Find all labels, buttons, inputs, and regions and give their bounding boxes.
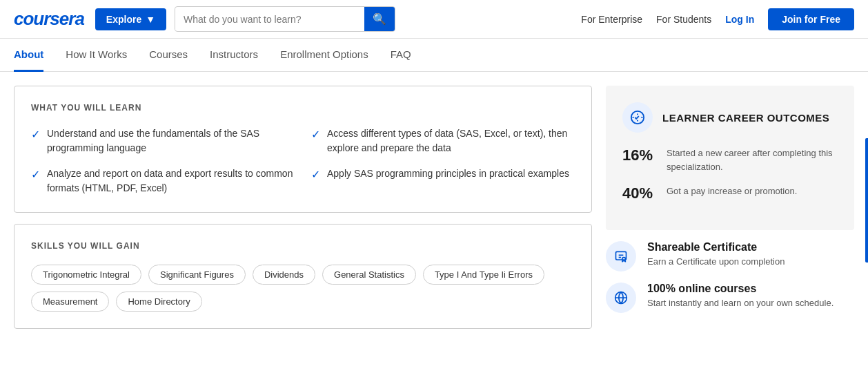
skills-tags: Trigonometric Integral Significant Figur… [31, 265, 575, 312]
login-button[interactable]: Log In [725, 14, 754, 25]
nav-item-how-it-works[interactable]: How It Works [66, 39, 127, 72]
for-students-link[interactable]: For Students [656, 14, 711, 25]
career-header: LEARNER CAREER OUTCOMES [622, 102, 838, 133]
nav-item-courses[interactable]: Courses [149, 39, 188, 72]
search-button[interactable]: 🔍 [364, 7, 395, 31]
skills-section: SKILLS YOU WILL GAIN Trigonometric Integ… [14, 224, 592, 329]
skill-tag-4[interactable]: Type I And Type Ii Errors [423, 265, 544, 285]
feature-online-title: 100% online courses [647, 283, 834, 295]
online-icon [606, 283, 636, 313]
learn-item-3: ✓ Access different types of data (SAS, E… [311, 126, 575, 155]
header-right: For Enterprise For Students Log In Join … [581, 8, 854, 30]
learn-text-2: Analyze and report on data and export re… [47, 166, 295, 196]
skill-tag-2[interactable]: Dividends [253, 265, 315, 285]
skills-section-title: SKILLS YOU WILL GAIN [31, 241, 575, 251]
feature-online-text: 100% online courses Start instantly and … [647, 283, 834, 308]
skill-tag-0[interactable]: Trigonometric Integral [31, 265, 141, 285]
stat-pct-1: 40% [622, 184, 657, 202]
skill-tag-6[interactable]: Home Directory [116, 292, 201, 312]
skill-tag-1[interactable]: Significant Figures [148, 265, 246, 285]
header: coursera Explore ▼ 🔍 For Enterprise For … [0, 0, 868, 39]
nav-item-about[interactable]: About [14, 39, 43, 72]
feature-shareable-desc: Earn a Certificate upon completion [647, 256, 785, 267]
coursera-logo[interactable]: coursera [14, 8, 84, 30]
svg-point-2 [622, 258, 626, 261]
check-icon-2: ✓ [31, 168, 40, 181]
certificate-icon [606, 241, 636, 271]
search-icon: 🔍 [373, 13, 386, 25]
check-icon-4: ✓ [311, 168, 320, 181]
chevron-down-icon: ▼ [146, 14, 155, 25]
sub-nav: About How It Works Courses Instructors E… [0, 39, 868, 72]
skill-tag-3[interactable]: General Statistics [322, 265, 416, 285]
check-icon-1: ✓ [31, 128, 40, 141]
learn-text-3: Access different types of data (SAS, Exc… [327, 126, 575, 155]
stat-desc-0: Started a new career after completing th… [667, 146, 838, 173]
career-title: LEARNER CAREER OUTCOMES [662, 112, 829, 124]
feature-shareable-certificate: Shareable Certificate Earn a Certificate… [606, 241, 854, 271]
stat-row-0: 16% Started a new career after completin… [622, 146, 838, 173]
accent-bar [865, 138, 868, 263]
right-panel: LEARNER CAREER OUTCOMES 16% Started a ne… [606, 86, 854, 329]
nav-item-enrollment-options[interactable]: Enrollment Options [280, 39, 368, 72]
feature-online-courses: 100% online courses Start instantly and … [606, 283, 854, 313]
learn-item-1: ✓ Understand and use the fundamentals of… [31, 126, 295, 155]
nav-item-faq[interactable]: FAQ [391, 39, 411, 72]
search-bar: 🔍 [175, 6, 395, 32]
nav-item-instructors[interactable]: Instructors [210, 39, 258, 72]
search-input[interactable] [175, 8, 364, 30]
left-panel: WHAT YOU WILL LEARN ✓ Understand and use… [14, 86, 592, 329]
learn-text-1: Understand and use the fundamentals of t… [47, 126, 295, 155]
stat-row-1: 40% Got a pay increase or promotion. [622, 184, 838, 202]
learn-item-2: ✓ Analyze and report on data and export … [31, 166, 295, 196]
feature-shareable-title: Shareable Certificate [647, 241, 785, 254]
career-icon [622, 102, 653, 133]
explore-button[interactable]: Explore ▼ [95, 8, 166, 30]
explore-label: Explore [106, 14, 141, 25]
join-button[interactable]: Join for Free [768, 8, 854, 30]
learn-text-4: Apply SAS programming principles in prac… [327, 166, 569, 181]
check-icon-3: ✓ [311, 128, 320, 141]
skill-tag-5[interactable]: Measurement [31, 292, 109, 312]
stat-pct-0: 16% [622, 146, 657, 164]
svg-rect-1 [616, 251, 627, 260]
learn-grid: ✓ Understand and use the fundamentals of… [31, 126, 575, 196]
main-content: WHAT YOU WILL LEARN ✓ Understand and use… [0, 72, 868, 343]
stat-desc-1: Got a pay increase or promotion. [667, 184, 797, 198]
learn-section-title: WHAT YOU WILL LEARN [31, 103, 575, 113]
feature-online-desc: Start instantly and learn on your own sc… [647, 298, 834, 308]
career-outcomes: LEARNER CAREER OUTCOMES 16% Started a ne… [606, 86, 854, 230]
learn-item-4: ✓ Apply SAS programming principles in pr… [311, 166, 575, 196]
feature-shareable-text: Shareable Certificate Earn a Certificate… [647, 241, 785, 267]
learn-section: WHAT YOU WILL LEARN ✓ Understand and use… [14, 86, 592, 213]
for-enterprise-link[interactable]: For Enterprise [581, 14, 642, 25]
